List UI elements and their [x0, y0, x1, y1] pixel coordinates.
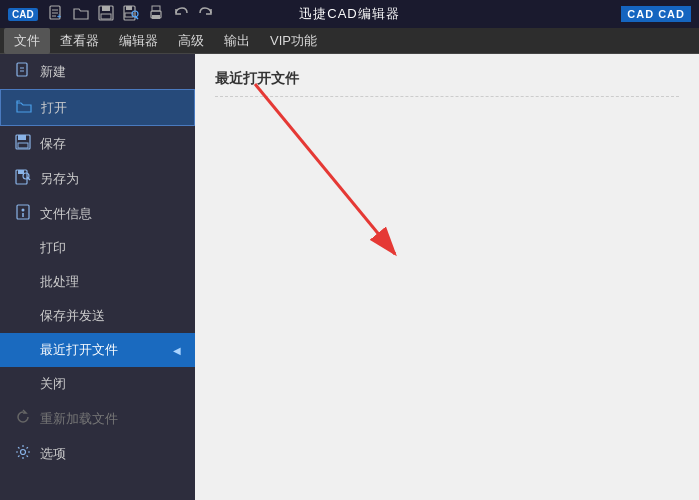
- logo-badge: CAD: [8, 8, 38, 21]
- svg-rect-20: [18, 135, 26, 140]
- svg-rect-15: [152, 15, 160, 19]
- menu-item-output[interactable]: 输出: [214, 28, 260, 54]
- fileinfo-icon: [14, 204, 32, 223]
- svg-rect-23: [18, 170, 24, 174]
- sidebar-item-options-label: 选项: [40, 445, 66, 463]
- arrow-overlay: [195, 54, 699, 500]
- app-title: 迅捷CAD编辑器: [299, 5, 399, 23]
- sidebar-item-close-label: 关闭: [40, 375, 66, 393]
- saveas-icon: [14, 169, 32, 188]
- new-icon: [14, 62, 32, 81]
- menu-bar: 文件 查看器 编辑器 高级 输出 VIP功能: [0, 28, 699, 54]
- sidebar-item-batch-label: 批处理: [40, 273, 79, 291]
- open-folder-icon[interactable]: [71, 3, 91, 26]
- sidebar-item-new[interactable]: 新建: [0, 54, 195, 89]
- sidebar-item-recent-label: 最近打开文件: [40, 341, 118, 359]
- sidebar-item-options[interactable]: 选项: [0, 436, 195, 471]
- svg-rect-14: [152, 6, 160, 11]
- sidebar-item-saveas-label: 另存为: [40, 170, 79, 188]
- menu-item-advanced[interactable]: 高级: [168, 28, 214, 54]
- sidebar-item-reload[interactable]: 重新加载文件: [0, 401, 195, 436]
- menu-item-file[interactable]: 文件: [4, 28, 50, 54]
- sidebar-item-reload-label: 重新加载文件: [40, 410, 118, 428]
- redo-icon[interactable]: [196, 3, 216, 26]
- svg-rect-9: [126, 6, 132, 10]
- menu-item-editor[interactable]: 编辑器: [109, 28, 168, 54]
- new-file-icon[interactable]: +: [46, 3, 66, 26]
- svg-rect-16: [17, 63, 27, 76]
- main-area: 新建 打开 保存: [0, 54, 699, 500]
- print-icon[interactable]: [146, 3, 166, 26]
- svg-rect-21: [18, 143, 28, 148]
- sidebar-item-print[interactable]: □ 打印: [0, 231, 195, 265]
- sidebar-item-fileinfo-label: 文件信息: [40, 205, 92, 223]
- svg-point-25: [23, 173, 29, 179]
- title-bar: CAD +: [0, 0, 699, 28]
- save-as-icon[interactable]: [121, 3, 141, 26]
- sidebar-item-open[interactable]: 打开: [0, 89, 195, 126]
- svg-rect-6: [102, 6, 110, 11]
- sidebar-item-save[interactable]: 保存: [0, 126, 195, 161]
- svg-point-29: [21, 450, 26, 455]
- sidebar-item-print-label: 打印: [40, 239, 66, 257]
- open-icon: [15, 98, 33, 117]
- sidebar-item-open-label: 打开: [41, 99, 67, 117]
- sidebar-item-batch[interactable]: □ 批处理: [0, 265, 195, 299]
- sidebar-item-savesend[interactable]: □ 保存并发送: [0, 299, 195, 333]
- title-bar-right: CAD CAD: [621, 6, 691, 22]
- cal-badge: CAD CAD: [621, 6, 691, 22]
- save-icon[interactable]: [96, 3, 116, 26]
- sidebar-item-new-label: 新建: [40, 63, 66, 81]
- menu-item-viewer[interactable]: 查看器: [50, 28, 109, 54]
- svg-text:+: +: [57, 13, 61, 20]
- options-icon: [14, 444, 32, 463]
- sidebar-item-save-label: 保存: [40, 135, 66, 153]
- reload-icon: [14, 409, 32, 428]
- sidebar-item-saveas[interactable]: 另存为: [0, 161, 195, 196]
- svg-rect-7: [101, 14, 111, 19]
- content-title: 最近打开文件: [215, 70, 679, 97]
- save-sidebar-icon: [14, 134, 32, 153]
- undo-icon[interactable]: [171, 3, 191, 26]
- toolbar: +: [46, 3, 216, 26]
- menu-item-vip[interactable]: VIP功能: [260, 28, 327, 54]
- sidebar-item-fileinfo[interactable]: 文件信息: [0, 196, 195, 231]
- sidebar-item-close[interactable]: □ 关闭: [0, 367, 195, 401]
- content-panel: 最近打开文件: [195, 54, 699, 500]
- sidebar-item-savesend-label: 保存并发送: [40, 307, 105, 325]
- sidebar-item-recent[interactable]: □ 最近打开文件: [0, 333, 195, 367]
- logo-area: CAD: [8, 8, 38, 21]
- sidebar: 新建 打开 保存: [0, 54, 195, 500]
- svg-line-31: [255, 84, 395, 254]
- svg-point-27: [22, 209, 25, 212]
